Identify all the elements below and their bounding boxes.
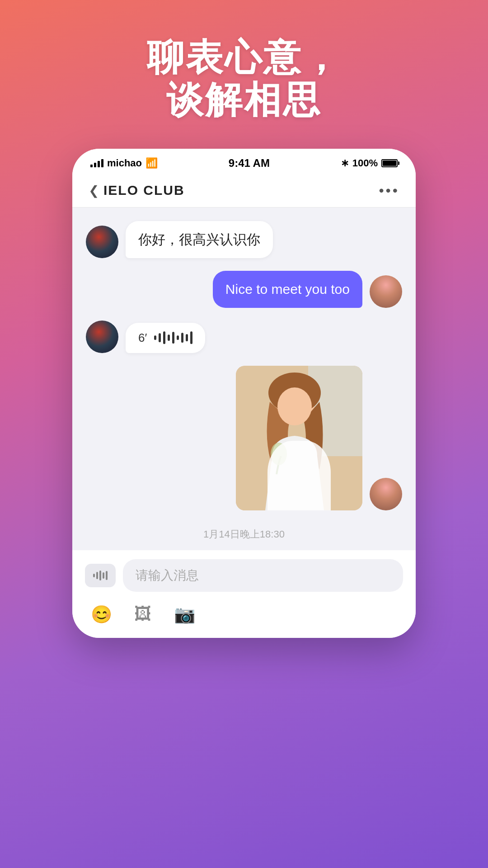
- msg-text-1: 你好，很高兴认识你: [138, 232, 260, 247]
- voice-bubble[interactable]: 6′: [126, 323, 205, 353]
- emoji-icon: 😊: [91, 604, 112, 624]
- chat-area: 你好，很高兴认识你 Nice to meet you too 6′: [72, 208, 416, 550]
- action-row: 😊 🖼 📷: [85, 599, 403, 630]
- nav-bar: ❮ IELO CLUB •••: [72, 174, 416, 208]
- phone-mockup: michao 📶 9:41 AM ∗ 100% ❮ IELO CLUB ••• …: [72, 149, 416, 638]
- headline: 聊表心意， 谈解相思: [147, 36, 341, 122]
- image-message[interactable]: [236, 366, 362, 510]
- bubble-text-2: Nice to meet you too: [213, 271, 362, 308]
- battery-icon: [381, 159, 398, 167]
- back-button[interactable]: ❮ IELO CLUB: [89, 183, 185, 198]
- bluetooth-icon: ∗: [341, 157, 349, 169]
- status-left: michao 📶: [90, 157, 158, 169]
- status-bar: michao 📶 9:41 AM ∗ 100%: [72, 149, 416, 174]
- avatar-female-1: [370, 275, 402, 308]
- input-row: 请输入消息: [85, 559, 403, 592]
- voice-input-button[interactable]: [85, 564, 116, 587]
- avatar-male-1: [86, 226, 118, 258]
- camera-button[interactable]: 📷: [173, 603, 196, 626]
- bubble-text-1: 你好，很高兴认识你: [126, 221, 273, 258]
- voice-btn-icon: [93, 570, 108, 581]
- camera-icon: 📷: [174, 604, 195, 624]
- signal-icon: [90, 159, 103, 167]
- input-area: 请输入消息 😊 🖼 📷: [72, 550, 416, 638]
- status-time: 9:41 AM: [229, 157, 270, 170]
- emoji-button[interactable]: 😊: [89, 603, 113, 626]
- nav-title: IELO CLUB: [103, 183, 185, 198]
- more-button[interactable]: •••: [379, 182, 399, 199]
- message-row-1: 你好，很高兴认识你: [86, 221, 402, 258]
- svg-point-5: [271, 443, 287, 465]
- message-row-3: 6′: [86, 321, 402, 353]
- battery-pct-label: 100%: [352, 157, 378, 169]
- gallery-button[interactable]: 🖼: [131, 603, 155, 626]
- msg-text-2: Nice to meet you too: [225, 282, 350, 297]
- message-row-4: [86, 366, 402, 510]
- avatar-female-2: [370, 478, 402, 510]
- back-chevron-icon: ❮: [89, 183, 99, 198]
- avatar-male-2: [86, 321, 118, 353]
- wifi-icon: 📶: [145, 157, 158, 169]
- gallery-icon: 🖼: [134, 604, 151, 624]
- status-right: ∗ 100%: [341, 157, 398, 169]
- voice-waveform-icon: [154, 331, 192, 344]
- message-row-2: Nice to meet you too: [86, 271, 402, 308]
- carrier-label: michao: [107, 157, 142, 169]
- message-input[interactable]: 请输入消息: [123, 559, 403, 592]
- message-input-placeholder: 请输入消息: [136, 567, 199, 584]
- svg-point-4: [277, 387, 312, 425]
- voice-duration: 6′: [138, 331, 147, 345]
- headline-line1: 聊表心意，: [147, 36, 341, 79]
- headline-line2: 谈解相思: [147, 79, 341, 121]
- timestamp: 1月14日晚上18:30: [86, 523, 402, 550]
